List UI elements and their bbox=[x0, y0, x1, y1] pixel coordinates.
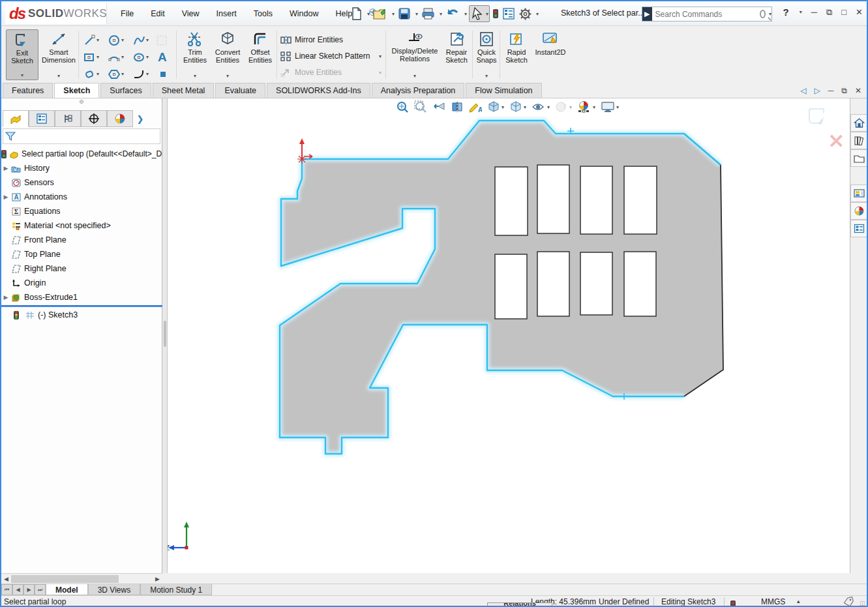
first-tab-button[interactable]: ⏮ bbox=[1, 584, 12, 595]
graphics-viewport[interactable]: Z A ▾ ▾ ▾ ▾ ▾ ▾ ✕ bbox=[168, 98, 852, 573]
display-style-button[interactable]: ▾ bbox=[509, 100, 526, 113]
search-icon[interactable] bbox=[760, 10, 766, 18]
maximize-button[interactable]: □ bbox=[841, 7, 846, 17]
minimize-button[interactable]: ─ bbox=[811, 7, 817, 17]
rollback-bar[interactable] bbox=[1, 305, 162, 307]
part-sketch-canvas[interactable]: Z bbox=[168, 98, 852, 573]
tree-item-annotations[interactable]: ▶ A Annotations bbox=[1, 190, 162, 204]
gear-caret[interactable]: ▾ bbox=[536, 11, 539, 17]
tab-sheet-metal[interactable]: Sheet Metal bbox=[153, 83, 215, 98]
motion-study-tab[interactable]: Motion Study 1 bbox=[140, 584, 212, 595]
sketch-hole-rectangle[interactable] bbox=[624, 252, 656, 316]
tree-item-equations[interactable]: Σ Equations bbox=[1, 204, 162, 218]
help-caret[interactable]: ▾ bbox=[800, 9, 802, 15]
appearances-scenes-tab[interactable] bbox=[850, 202, 867, 220]
tree-item-right-plane[interactable]: Right Plane bbox=[1, 261, 162, 276]
tree-filter-field[interactable] bbox=[3, 128, 160, 144]
instant2d-button[interactable]: Instant2D bbox=[533, 29, 568, 80]
options-list-icon[interactable] bbox=[501, 5, 516, 22]
configurationmanager-tab[interactable] bbox=[55, 110, 81, 127]
panel-collapse-handle[interactable] bbox=[73, 100, 90, 103]
sketch-hole-rectangle[interactable] bbox=[537, 165, 569, 233]
ellipse-tool[interactable]: ▾ bbox=[133, 49, 157, 65]
ellipse-caret[interactable]: ▾ bbox=[146, 54, 149, 60]
tree-item-sketch3[interactable]: (-) Sketch3 bbox=[1, 308, 162, 322]
new-document-button[interactable] bbox=[350, 5, 364, 22]
model-tab[interactable]: Model bbox=[46, 584, 88, 595]
panel-horizontal-scrollbar[interactable]: ◀ ▶ bbox=[1, 573, 162, 584]
tree-item-sensors[interactable]: Sensors bbox=[1, 175, 162, 190]
circle-tool[interactable]: ▾ bbox=[108, 32, 132, 48]
undo-button[interactable] bbox=[444, 5, 461, 22]
annotation-view-button[interactable]: A bbox=[469, 100, 482, 113]
confirmation-corner-cancel-icon[interactable]: ✕ bbox=[828, 130, 845, 153]
save-caret[interactable]: ▾ bbox=[415, 11, 418, 17]
tree-root[interactable]: Select partial loop (Default<<Default>_D… bbox=[1, 147, 162, 161]
display-delete-relations-button[interactable]: Display/Delete Relations ▾ bbox=[389, 29, 440, 80]
open-button[interactable] bbox=[372, 5, 389, 22]
polygon-tool[interactable]: ▾ bbox=[108, 66, 132, 82]
file-explorer-tab[interactable] bbox=[850, 149, 867, 167]
polygon-caret[interactable]: ▾ bbox=[121, 71, 124, 77]
hide-show-items-button[interactable]: ▾ bbox=[531, 100, 550, 113]
linear-pattern-caret[interactable]: ▾ bbox=[379, 53, 382, 59]
featuremanager-tab[interactable] bbox=[3, 110, 29, 127]
units-caret[interactable]: ▴ bbox=[797, 598, 800, 604]
trim-caret[interactable]: ▾ bbox=[194, 73, 196, 79]
edit-appearance-button[interactable]: ▾ bbox=[555, 100, 572, 113]
arc-tool[interactable]: ▾ bbox=[108, 49, 132, 65]
close-button[interactable]: ✕ bbox=[856, 7, 863, 17]
tab-analysis-preparation[interactable]: Analysis Preparation bbox=[372, 83, 465, 98]
view-orientation-button[interactable]: ▾ bbox=[487, 100, 504, 113]
options-gear-icon[interactable] bbox=[518, 5, 533, 22]
smart-dimension-button[interactable]: Smart Dimension ▾ bbox=[40, 29, 77, 80]
sketch-hole-rectangle[interactable] bbox=[495, 254, 527, 319]
confirmation-corner-exit-icon[interactable] bbox=[805, 106, 834, 130]
search-caret[interactable]: ▾ bbox=[769, 11, 771, 17]
rapid-sketch-button[interactable]: Rapid Sketch bbox=[502, 29, 531, 80]
open-caret[interactable]: ▾ bbox=[392, 11, 395, 17]
undo-caret[interactable]: ▾ bbox=[464, 11, 467, 17]
view-palette-tab[interactable] bbox=[850, 185, 867, 202]
search-flyout-icon[interactable]: ▶ bbox=[642, 7, 652, 21]
rebuild-button[interactable] bbox=[492, 5, 500, 22]
3d-views-tab[interactable]: 3D Views bbox=[88, 584, 140, 595]
previous-view-button[interactable] bbox=[432, 100, 445, 113]
apply-scene-button[interactable]: ▾ bbox=[577, 100, 595, 113]
slot-caret[interactable]: ▾ bbox=[97, 71, 99, 77]
rectangle-caret[interactable]: ▾ bbox=[97, 54, 99, 60]
smart-dimension-caret[interactable]: ▾ bbox=[57, 73, 60, 79]
expand-icon[interactable]: ▶ bbox=[1, 294, 10, 301]
displaymanager-tab[interactable] bbox=[107, 110, 133, 127]
search-input[interactable] bbox=[652, 10, 760, 19]
spline-tool[interactable]: ▾ bbox=[133, 32, 157, 48]
tab-features[interactable]: Features bbox=[3, 83, 53, 98]
menu-insert[interactable]: Insert bbox=[209, 7, 244, 22]
new-caret[interactable]: ▾ bbox=[367, 11, 370, 17]
trim-entities-button[interactable]: Trim Entities ▾ bbox=[179, 29, 211, 80]
help-button[interactable]: ? bbox=[783, 7, 789, 18]
propertymanager-tab[interactable] bbox=[29, 110, 55, 127]
linear-pattern-button[interactable]: Linear Sketch Pattern ▾ bbox=[280, 48, 382, 64]
offset-entities-button[interactable]: Offset Entities bbox=[244, 29, 277, 80]
sketch-hole-rectangle[interactable] bbox=[580, 252, 612, 315]
tree-item-history[interactable]: ▶ History bbox=[1, 161, 162, 175]
print-caret[interactable]: ▾ bbox=[440, 11, 442, 17]
spline-caret[interactable]: ▾ bbox=[146, 37, 149, 43]
repair-sketch-button[interactable]: Repair Sketch bbox=[442, 29, 471, 80]
next-tab-button[interactable]: ▶ bbox=[23, 584, 35, 595]
doc-close-button[interactable]: ✕ bbox=[855, 86, 861, 95]
dock-right-icon[interactable]: ▷ bbox=[815, 86, 820, 95]
dimxpertmanager-tab[interactable] bbox=[81, 110, 107, 127]
panel-splitter-handle[interactable] bbox=[164, 321, 166, 347]
exit-sketch-caret[interactable]: ▾ bbox=[21, 72, 23, 78]
solidworks-resources-tab[interactable] bbox=[850, 114, 867, 132]
view-orientation-caret[interactable]: ▾ bbox=[501, 104, 504, 110]
exit-sketch-button[interactable]: Exit Sketch ▾ bbox=[6, 29, 38, 80]
sketch-hole-rectangle[interactable] bbox=[624, 166, 657, 234]
zoom-to-fit-button[interactable] bbox=[396, 100, 409, 113]
status-units[interactable]: MMGS bbox=[761, 597, 785, 606]
select-caret[interactable]: ▾ bbox=[486, 11, 488, 17]
dock-left-icon[interactable]: ◁ bbox=[800, 86, 806, 95]
custom-properties-tab[interactable] bbox=[850, 220, 867, 237]
